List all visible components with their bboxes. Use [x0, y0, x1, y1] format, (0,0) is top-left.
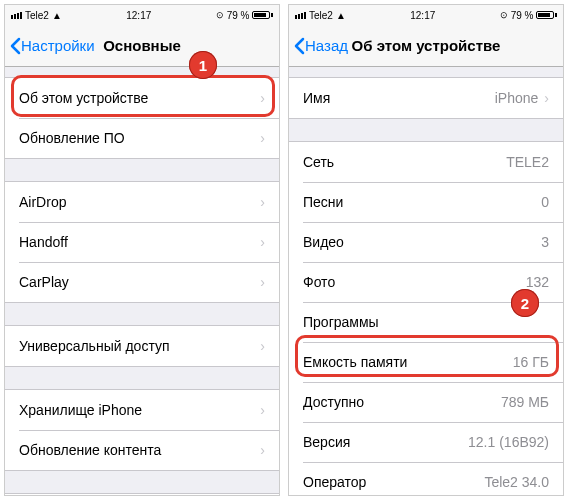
callout-2: 2 [511, 289, 539, 317]
row-videos: Видео 3 [289, 222, 563, 262]
group-datetime: Дата и время › Клавиатура › [5, 493, 279, 495]
group-accessibility: Универсальный доступ › [5, 325, 279, 367]
chevron-right-icon: › [260, 338, 265, 354]
nav-bar: Настройки Основные [5, 25, 279, 67]
row-version: Версия 12.1 (16B92) [289, 422, 563, 462]
row-value: 132 [526, 274, 549, 290]
group-about: Об этом устройстве › Обновление ПО › [5, 77, 279, 159]
chevron-right-icon: › [544, 90, 549, 106]
battery-icon [252, 11, 273, 19]
battery-icon [536, 11, 557, 19]
row-label: Программы [303, 314, 379, 330]
content: Об этом устройстве › Обновление ПО › Air… [5, 67, 279, 495]
phone-right: Tele2 ▲ 12:17 ⊙ 79 % Назад Об этом устро… [288, 4, 564, 496]
status-time: 12:17 [126, 10, 151, 21]
signal-icon [11, 12, 22, 19]
chevron-right-icon: › [260, 274, 265, 290]
battery-pct: 79 % [227, 10, 250, 21]
chevron-right-icon: › [260, 442, 265, 458]
row-value: 0 [541, 194, 549, 210]
row-value: Tele2 34.0 [484, 474, 549, 490]
row-songs: Песни 0 [289, 182, 563, 222]
row-airdrop[interactable]: AirDrop › [5, 182, 279, 222]
row-carrier: Оператор Tele2 34.0 [289, 462, 563, 495]
row-value: 12.1 (16B92) [468, 434, 549, 450]
row-software-update[interactable]: Обновление ПО › [5, 118, 279, 158]
callout-1: 1 [189, 51, 217, 79]
chevron-right-icon: › [260, 194, 265, 210]
chevron-right-icon: › [260, 130, 265, 146]
row-label: Обновление контента [19, 442, 161, 458]
group-connectivity: AirDrop › Handoff › CarPlay › [5, 181, 279, 303]
status-time: 12:17 [410, 10, 435, 21]
group-name: Имя iPhone› [289, 77, 563, 119]
row-value: iPhone [495, 90, 539, 106]
chevron-right-icon: › [260, 234, 265, 250]
row-about-device[interactable]: Об этом устройстве › [5, 78, 279, 118]
row-date-time[interactable]: Дата и время › [5, 494, 279, 495]
chevron-left-icon [9, 37, 21, 55]
row-name[interactable]: Имя iPhone› [289, 78, 563, 118]
row-accessibility[interactable]: Универсальный доступ › [5, 326, 279, 366]
row-value: 3 [541, 234, 549, 250]
row-label: Сеть [303, 154, 334, 170]
row-background-refresh[interactable]: Обновление контента › [5, 430, 279, 470]
chevron-right-icon: › [260, 90, 265, 106]
row-handoff[interactable]: Handoff › [5, 222, 279, 262]
row-label: Универсальный доступ [19, 338, 170, 354]
chevron-left-icon [293, 37, 305, 55]
row-value: 789 МБ [501, 394, 549, 410]
back-button[interactable]: Назад [289, 37, 348, 55]
signal-icon [295, 12, 306, 19]
row-label: Оператор [303, 474, 366, 490]
row-available: Доступно 789 МБ [289, 382, 563, 422]
row-storage[interactable]: Хранилище iPhone › [5, 390, 279, 430]
row-capacity: Емкость памяти 16 ГБ [289, 342, 563, 382]
row-label: Емкость памяти [303, 354, 407, 370]
wifi-icon: ▲ [52, 10, 62, 21]
status-bar: Tele2 ▲ 12:17 ⊙ 79 % [289, 5, 563, 25]
phone-left: Tele2 ▲ 12:17 ⊙ 79 % Настройки Основные … [4, 4, 280, 496]
row-label: Песни [303, 194, 343, 210]
row-value: TELE2 [506, 154, 549, 170]
row-label: Доступно [303, 394, 364, 410]
chevron-right-icon: › [260, 402, 265, 418]
carrier-label: Tele2 [309, 10, 333, 21]
group-info: Сеть TELE2 Песни 0 Видео 3 Фото 132 Прог… [289, 141, 563, 495]
row-label: Хранилище iPhone [19, 402, 142, 418]
row-label: Об этом устройстве [19, 90, 148, 106]
nav-bar: Назад Об этом устройстве [289, 25, 563, 67]
row-label: Версия [303, 434, 350, 450]
row-carplay[interactable]: CarPlay › [5, 262, 279, 302]
row-label: Видео [303, 234, 344, 250]
alarm-icon: ⊙ [500, 10, 508, 20]
content: Имя iPhone› Сеть TELE2 Песни 0 Видео 3 Ф… [289, 67, 563, 495]
wifi-icon: ▲ [336, 10, 346, 21]
row-network: Сеть TELE2 [289, 142, 563, 182]
row-label: CarPlay [19, 274, 69, 290]
battery-pct: 79 % [511, 10, 534, 21]
row-label: Имя [303, 90, 330, 106]
back-label: Назад [305, 37, 348, 54]
back-label: Настройки [21, 37, 95, 54]
carrier-label: Tele2 [25, 10, 49, 21]
row-value: 16 ГБ [513, 354, 549, 370]
alarm-icon: ⊙ [216, 10, 224, 20]
row-label: AirDrop [19, 194, 66, 210]
back-button[interactable]: Настройки [5, 37, 95, 55]
row-label: Handoff [19, 234, 68, 250]
status-bar: Tele2 ▲ 12:17 ⊙ 79 % [5, 5, 279, 25]
group-storage: Хранилище iPhone › Обновление контента › [5, 389, 279, 471]
row-label: Обновление ПО [19, 130, 125, 146]
row-label: Фото [303, 274, 335, 290]
